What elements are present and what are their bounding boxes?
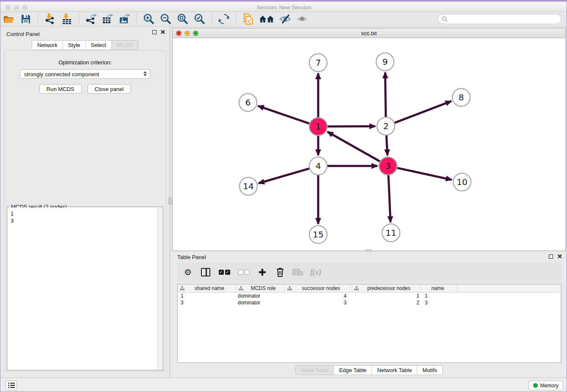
delete-table-icon[interactable] bbox=[292, 267, 303, 278]
cell-mcds-role[interactable]: dominator bbox=[237, 293, 285, 299]
memory-label: Memory bbox=[540, 383, 559, 389]
select-all-checkboxes-icon[interactable]: ✓✓ bbox=[218, 267, 231, 278]
column-type-icon bbox=[239, 286, 243, 291]
refresh-view-icon[interactable] bbox=[217, 13, 230, 25]
graph-node-label-1: 1 bbox=[316, 121, 321, 132]
tab-edge-table[interactable]: Edge Table bbox=[334, 366, 372, 375]
graph-edge-1-2[interactable] bbox=[328, 126, 375, 127]
clone-network-icon[interactable] bbox=[242, 13, 254, 25]
float-table-panel-icon[interactable] bbox=[549, 254, 553, 259]
deselect-all-checkboxes-icon[interactable] bbox=[237, 267, 250, 278]
show-column-icon[interactable] bbox=[200, 267, 211, 278]
cell-mcds-role[interactable]: dominator bbox=[237, 300, 285, 306]
export-network-icon[interactable] bbox=[85, 13, 97, 25]
show-all-networks-icon[interactable] bbox=[259, 13, 275, 25]
graph-edge-4-14[interactable] bbox=[259, 168, 309, 183]
graph-node-label-3: 3 bbox=[385, 161, 391, 171]
graph-node-label-14: 14 bbox=[243, 181, 253, 191]
result-scrollbar[interactable] bbox=[157, 207, 162, 370]
toolbar-separator bbox=[137, 14, 137, 25]
run-mcds-button[interactable]: Run MCDS bbox=[39, 84, 82, 94]
mcds-panel: Optimization criterion: strongly connect… bbox=[4, 50, 166, 372]
close-panel-icon[interactable]: ✕ bbox=[160, 30, 165, 34]
graph-node-label-10: 10 bbox=[457, 177, 467, 187]
show-hidden-icon[interactable] bbox=[296, 13, 308, 25]
cell-shared-name[interactable]: 3 bbox=[178, 300, 237, 306]
export-table-icon[interactable] bbox=[102, 13, 114, 25]
graph-node-label-6: 6 bbox=[245, 97, 251, 108]
graph-node-label-11: 11 bbox=[385, 228, 396, 238]
column-header-name[interactable]: name bbox=[421, 284, 457, 292]
table-scrollbar[interactable] bbox=[560, 284, 561, 362]
graph-edge-2-8[interactable] bbox=[395, 101, 451, 123]
status-bar: Memory bbox=[0, 378, 567, 392]
cell-name[interactable]: 3 bbox=[421, 300, 457, 306]
zoom-out-icon[interactable] bbox=[160, 13, 172, 25]
close-table-panel-icon[interactable]: ✕ bbox=[557, 254, 562, 259]
cell-successor-nodes[interactable]: 4 bbox=[285, 293, 352, 299]
toolbar-separator bbox=[79, 14, 79, 25]
function-builder-icon[interactable]: f(x) bbox=[310, 267, 321, 278]
float-panel-icon[interactable] bbox=[152, 30, 157, 34]
toolbar-separator bbox=[38, 14, 38, 25]
graph-edge-3-11[interactable] bbox=[388, 175, 391, 222]
table-options-gear-icon[interactable]: ⚙ bbox=[182, 267, 193, 278]
column-header-predecessor-nodes[interactable]: predecessor nodes bbox=[352, 284, 421, 292]
table-row[interactable]: 1 dominator 4 1 1 bbox=[178, 293, 561, 299]
cell-name[interactable]: 1 bbox=[421, 293, 457, 299]
zoom-selected-icon[interactable] bbox=[193, 13, 206, 25]
tab-style[interactable]: Style bbox=[63, 41, 86, 50]
criterion-dropdown[interactable]: strongly connected component bbox=[20, 69, 150, 79]
graph-edge-1-6[interactable] bbox=[258, 106, 310, 124]
criterion-value: strongly connected component bbox=[24, 71, 99, 77]
tab-network-table[interactable]: Network Table bbox=[372, 366, 417, 375]
add-column-icon[interactable]: ✚ bbox=[257, 267, 268, 278]
memory-button[interactable]: Memory bbox=[528, 381, 563, 390]
table-row[interactable]: 3 dominator 3 2 3 bbox=[178, 299, 561, 306]
control-panel: Control Panel ✕ Network Style Select MCD… bbox=[0, 27, 170, 378]
import-network-icon[interactable] bbox=[44, 13, 56, 25]
tab-node-table[interactable]: Node Table bbox=[296, 366, 334, 375]
cell-predecessor-nodes[interactable]: 2 bbox=[352, 300, 421, 306]
column-header-shared-name[interactable]: shared name bbox=[178, 284, 237, 292]
panel-splitter-handle[interactable] bbox=[168, 198, 172, 204]
cell-successor-nodes[interactable]: 3 bbox=[285, 300, 352, 306]
graph-node-label-15: 15 bbox=[313, 229, 323, 240]
cell-predecessor-nodes[interactable]: 1 bbox=[352, 293, 421, 299]
network-window-titlebar[interactable]: ✕ − + scc.txt bbox=[173, 28, 565, 38]
column-header-mcds-role[interactable]: MCDS role bbox=[237, 284, 285, 292]
tab-network[interactable]: Network bbox=[32, 41, 63, 50]
column-header-successor-nodes[interactable]: successor nodes bbox=[285, 284, 352, 292]
save-session-icon[interactable] bbox=[19, 13, 32, 25]
graph-node-label-4: 4 bbox=[316, 161, 321, 171]
result-line: 3 bbox=[11, 217, 162, 224]
graph-edge-2-9[interactable] bbox=[385, 72, 385, 117]
zoom-fit-icon[interactable] bbox=[176, 13, 189, 25]
graph-edge-3-1[interactable] bbox=[328, 132, 380, 161]
zoom-in-icon[interactable] bbox=[143, 13, 155, 25]
search-input[interactable] bbox=[448, 15, 561, 23]
task-history-button[interactable] bbox=[6, 381, 17, 390]
search-field[interactable] bbox=[438, 14, 561, 24]
tab-select[interactable]: Select bbox=[86, 41, 112, 50]
graph-edge-2-3[interactable] bbox=[386, 135, 388, 155]
graph-edge-3-10[interactable] bbox=[397, 168, 451, 180]
network-canvas[interactable]: 1234678910111415 bbox=[173, 38, 565, 251]
mcds-result-text[interactable]: 1 3 bbox=[8, 207, 162, 370]
import-table-icon[interactable] bbox=[61, 13, 73, 25]
network-view-window: ✕ − + scc.txt 1234678910111415 bbox=[172, 28, 566, 251]
delete-column-icon[interactable] bbox=[275, 267, 286, 278]
hide-selected-icon[interactable] bbox=[279, 13, 292, 25]
column-type-icon bbox=[287, 286, 292, 291]
table-toolbar: ⚙ ✓✓ ✚ f(x) bbox=[177, 263, 561, 282]
open-session-icon[interactable] bbox=[3, 13, 15, 25]
cell-shared-name[interactable]: 1 bbox=[178, 293, 237, 299]
control-panel-tabs: Network Style Select MCDS bbox=[0, 40, 170, 50]
tab-motifs[interactable]: Motifs bbox=[417, 366, 442, 375]
window-title: Session: New Session bbox=[0, 4, 567, 11]
network-graph[interactable]: 1234678910111415 bbox=[173, 38, 565, 251]
tab-mcds[interactable]: MCDS bbox=[112, 41, 138, 50]
close-panel-button[interactable]: Close panel bbox=[88, 84, 131, 94]
node-table[interactable]: shared name MCDS role successor nodes pr… bbox=[177, 284, 561, 363]
export-image-icon[interactable] bbox=[118, 13, 131, 25]
